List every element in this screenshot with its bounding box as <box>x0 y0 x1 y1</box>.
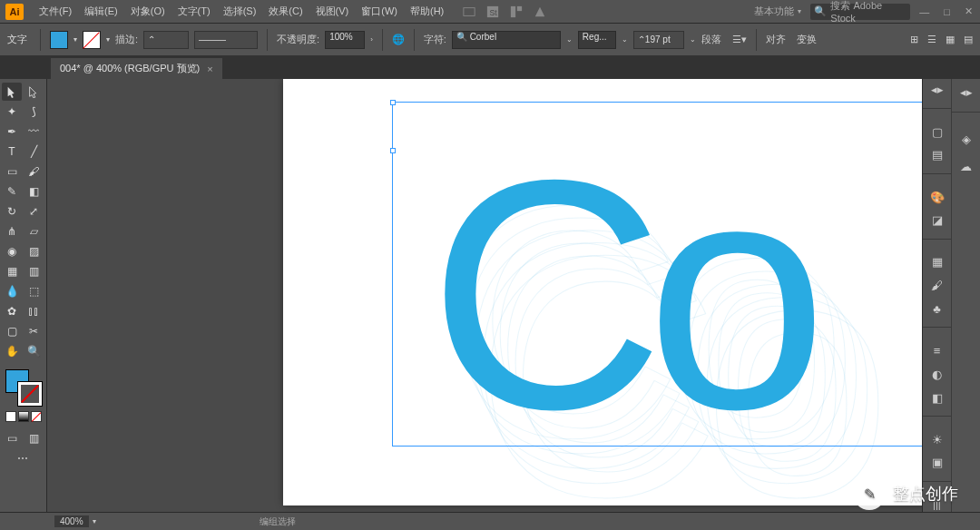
menu-effect[interactable]: 效果(C) <box>262 5 309 18</box>
graph-tool[interactable]: ⫿⫿ <box>24 302 44 320</box>
menu-object[interactable]: 对象(O) <box>124 5 172 18</box>
color-mode-solid[interactable] <box>5 411 16 422</box>
graphic-styles-panel-icon[interactable]: ▣ <box>928 456 946 470</box>
paragraph-label[interactable]: 段落 <box>701 33 721 46</box>
fill-swatch[interactable] <box>50 31 68 49</box>
eyedropper-tool[interactable]: 💧 <box>2 282 22 300</box>
stroke-profile[interactable]: ——— <box>194 31 258 49</box>
align-label[interactable]: 对齐 <box>766 33 786 46</box>
font-style-input[interactable]: Reg... <box>578 31 616 49</box>
gradient-panel-icon[interactable]: ◐ <box>928 367 946 381</box>
rectangle-tool[interactable]: ▭ <box>2 162 22 181</box>
menu-window[interactable]: 窗口(W) <box>355 5 404 18</box>
opacity-input[interactable]: 100% <box>325 31 365 49</box>
shaper-tool[interactable]: ✎ <box>2 182 22 201</box>
snap-icon[interactable]: ▦ <box>946 34 955 45</box>
transparency-panel-icon[interactable]: ◧ <box>928 390 946 405</box>
menu-help[interactable]: 帮助(H) <box>404 5 450 18</box>
isolate-icon[interactable]: ⊞ <box>910 34 918 45</box>
type-tool[interactable]: T <box>2 142 22 161</box>
symbols-panel-icon[interactable]: ♣ <box>928 302 946 317</box>
prefs-icon[interactable]: ▤ <box>964 34 973 45</box>
search-stock[interactable]: 🔍 搜索 Adobe Stock <box>810 4 910 20</box>
arrange-icon[interactable] <box>510 5 523 18</box>
active-tool-label: 文字 <box>7 33 27 46</box>
shape-builder-tool[interactable]: ◉ <box>2 242 22 260</box>
edit-toolbar[interactable]: ⋯ <box>2 449 44 467</box>
curvature-tool[interactable]: 〰 <box>24 123 44 141</box>
stroke-swatch[interactable] <box>83 31 101 49</box>
workspace-label: 基本功能 <box>754 5 794 18</box>
stroke-color-box[interactable] <box>18 382 42 406</box>
transform-label[interactable]: 变换 <box>797 33 817 46</box>
selection-handle[interactable] <box>390 148 396 153</box>
stroke-panel-icon[interactable]: ≡ <box>928 344 946 358</box>
panel-toggle-icon[interactable]: ◂▸ <box>928 83 946 97</box>
artboard-tool[interactable]: ▢ <box>2 322 22 340</box>
stroke-weight[interactable]: ⌃ <box>143 31 189 49</box>
libraries-panel-icon[interactable]: ☁ <box>957 157 975 175</box>
fill-stroke-indicator[interactable] <box>5 369 42 406</box>
hand-tool[interactable]: ✋ <box>2 342 22 360</box>
font-family-input[interactable]: 🔍 Corbel <box>452 31 561 49</box>
edit-icon[interactable]: ☰ <box>927 34 936 45</box>
app-logo: Ai <box>5 4 24 20</box>
artboards-panel-icon[interactable]: ▢ <box>928 124 946 139</box>
panel-toggle-icon[interactable]: ◂▸ <box>957 83 975 101</box>
document-tab[interactable]: 004* @ 400% (RGB/GPU 预览) × <box>51 57 222 79</box>
magic-wand-tool[interactable]: ✦ <box>2 103 22 121</box>
workspace-switcher[interactable]: 基本功能 ▾ <box>754 5 801 18</box>
menu-type[interactable]: 文字(T) <box>172 5 217 18</box>
slice-tool[interactable]: ✂ <box>24 322 44 340</box>
tab-close-icon[interactable]: × <box>207 64 212 74</box>
layers-panel-icon[interactable]: ◈ <box>957 130 975 148</box>
selection-handle[interactable] <box>390 100 396 105</box>
color-guide-panel-icon[interactable]: ◪ <box>928 213 946 228</box>
menu-select[interactable]: 选择(S) <box>217 5 263 18</box>
rotate-tool[interactable]: ↻ <box>2 202 22 221</box>
brushes-panel-icon[interactable]: 🖌 <box>928 279 946 293</box>
line-tool[interactable]: ╱ <box>24 142 44 161</box>
mesh-tool[interactable]: ▦ <box>2 262 22 280</box>
scale-tool[interactable]: ⤢ <box>24 202 44 221</box>
stock-icon[interactable]: St <box>486 5 499 18</box>
color-panel-icon[interactable]: 🎨 <box>928 190 946 204</box>
bridge-icon[interactable] <box>463 5 475 18</box>
font-size-input[interactable]: ⌃ 197 pt <box>633 31 684 49</box>
zoom-level[interactable]: 400% <box>54 515 89 527</box>
window-min[interactable]: — <box>919 5 929 17</box>
gradient-tool[interactable]: ▥ <box>24 262 44 280</box>
status-bar: 400% ▾ 编组选择 <box>0 512 980 530</box>
zoom-tool[interactable]: 🔍 <box>24 342 44 360</box>
recolor-icon[interactable]: 🌐 <box>392 34 405 45</box>
appearance-panel-icon[interactable]: ☀ <box>928 432 946 447</box>
menu-edit[interactable]: 编辑(E) <box>78 5 124 18</box>
menu-view[interactable]: 视图(V) <box>309 5 356 18</box>
gpu-icon[interactable] <box>534 5 546 18</box>
perspective-tool[interactable]: ▨ <box>24 242 44 260</box>
watermark: ✎ 整点创作 <box>853 477 958 510</box>
screen-mode-toggle[interactable]: ▥ <box>24 429 44 447</box>
canvas[interactable]: Co Co Co Co Co Co <box>47 79 922 512</box>
selection-tool[interactable] <box>2 83 22 101</box>
color-mode-none[interactable] <box>31 411 42 422</box>
eraser-tool[interactable]: ◧ <box>24 182 44 201</box>
screen-mode-normal[interactable]: ▭ <box>2 429 22 447</box>
paragraph-align-icon[interactable]: ☰▾ <box>732 34 747 45</box>
menu-file[interactable]: 文件(F) <box>33 5 78 18</box>
symbol-sprayer-tool[interactable]: ✿ <box>2 302 22 320</box>
direct-selection-tool[interactable] <box>24 83 44 101</box>
status-mode: 编组选择 <box>260 515 296 528</box>
lasso-tool[interactable]: ⟆ <box>24 103 44 121</box>
color-mode-gradient[interactable] <box>18 411 29 422</box>
window-max[interactable]: □ <box>944 5 950 17</box>
width-tool[interactable]: ⋔ <box>2 222 22 240</box>
paintbrush-tool[interactable]: 🖌 <box>24 162 44 181</box>
free-transform-tool[interactable]: ▱ <box>24 222 44 240</box>
asset-panel-icon[interactable]: ▤ <box>928 148 946 162</box>
pen-tool[interactable]: ✒ <box>2 123 22 141</box>
blend-tool[interactable]: ⬚ <box>24 282 44 300</box>
opacity-label: 不透明度: <box>277 33 319 46</box>
window-close[interactable]: ✕ <box>965 5 973 17</box>
swatches-panel-icon[interactable]: ▦ <box>928 255 946 270</box>
